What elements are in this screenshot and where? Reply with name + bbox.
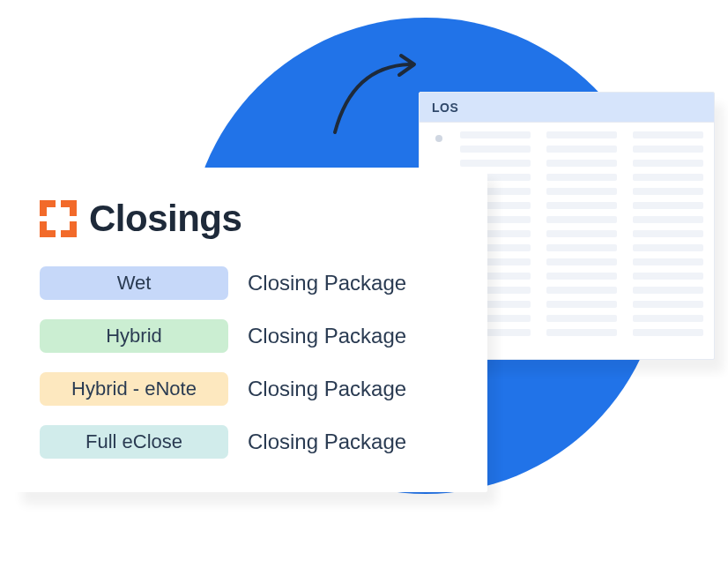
flow-arrow-icon	[326, 49, 432, 141]
svg-rect-7	[70, 221, 77, 237]
closing-row: Full eClose Closing Package	[40, 425, 461, 459]
placeholder-bar	[546, 146, 617, 153]
svg-rect-1	[40, 200, 47, 216]
los-col	[546, 131, 617, 350]
los-header: LOS	[420, 93, 714, 123]
closing-label: Closing Package	[248, 271, 406, 295]
placeholder-bar	[546, 273, 617, 280]
closing-row: Hybrid - eNote Closing Package	[40, 372, 461, 406]
placeholder-bar	[546, 244, 617, 251]
placeholder-bar	[546, 230, 617, 237]
placeholder-bar	[546, 202, 617, 209]
placeholder-bar	[633, 315, 703, 322]
closing-tag-full-eclose[interactable]: Full eClose	[40, 425, 228, 459]
closing-label: Closing Package	[248, 324, 406, 348]
placeholder-bar	[546, 131, 617, 138]
closing-row: Wet Closing Package	[40, 266, 461, 300]
los-columns	[460, 131, 703, 350]
closings-title: Closings	[89, 198, 241, 240]
placeholder-bar	[633, 202, 703, 209]
placeholder-bar	[546, 287, 617, 294]
placeholder-bar	[460, 146, 531, 153]
closing-tag-hybrid-enote[interactable]: Hybrid - eNote	[40, 372, 228, 406]
placeholder-bar	[633, 216, 703, 223]
placeholder-bar	[633, 188, 703, 195]
closings-header: Closings	[40, 198, 461, 240]
illustration-stage: LOS	[0, 0, 728, 583]
svg-rect-3	[70, 200, 77, 216]
placeholder-bar	[546, 315, 617, 322]
sidebar-dot-icon	[435, 135, 442, 142]
placeholder-bar	[633, 287, 703, 294]
closings-list: Wet Closing Package Hybrid Closing Packa…	[40, 266, 461, 459]
placeholder-bar	[633, 160, 703, 167]
placeholder-bar	[633, 146, 703, 153]
closing-label: Closing Package	[248, 377, 406, 401]
placeholder-bar	[633, 131, 703, 138]
closing-label: Closing Package	[248, 430, 406, 454]
closing-row: Hybrid Closing Package	[40, 319, 461, 353]
placeholder-bar	[460, 160, 531, 167]
placeholder-bar	[633, 244, 703, 251]
svg-rect-5	[40, 221, 47, 237]
placeholder-bar	[460, 131, 531, 138]
placeholder-bar	[546, 258, 617, 265]
placeholder-bar	[546, 301, 617, 308]
placeholder-bar	[546, 160, 617, 167]
closing-tag-wet[interactable]: Wet	[40, 266, 228, 300]
placeholder-bar	[546, 329, 617, 336]
placeholder-bar	[633, 273, 703, 280]
placeholder-bar	[633, 174, 703, 181]
closings-logo-icon	[40, 200, 77, 237]
placeholder-bar	[633, 329, 703, 336]
placeholder-bar	[633, 230, 703, 237]
closing-tag-hybrid[interactable]: Hybrid	[40, 319, 228, 353]
placeholder-bar	[633, 301, 703, 308]
los-col	[633, 131, 703, 350]
placeholder-bar	[633, 258, 703, 265]
closings-card: Closings Wet Closing Package Hybrid Clos…	[13, 168, 487, 492]
los-title: LOS	[432, 101, 458, 115]
placeholder-bar	[546, 188, 617, 195]
placeholder-bar	[546, 216, 617, 223]
placeholder-bar	[546, 174, 617, 181]
